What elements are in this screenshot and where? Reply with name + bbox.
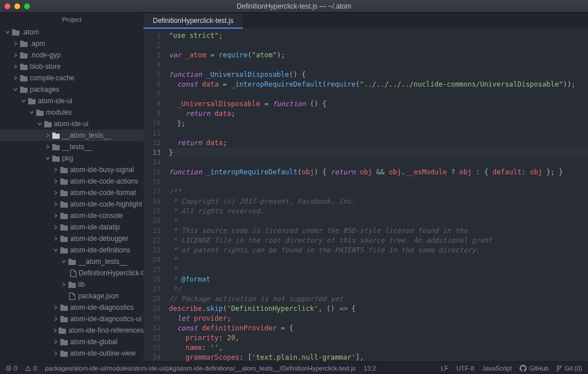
tree-item[interactable]: atom-ide-busy-signal: [0, 164, 144, 176]
code-line[interactable]: * @format: [169, 275, 588, 285]
code-line[interactable]: "use strict";: [169, 31, 588, 41]
chevron-right-icon[interactable]: [53, 328, 57, 333]
status-cursor[interactable]: 13:2: [363, 365, 376, 372]
tree-item[interactable]: atom-ide-code-actions: [0, 176, 144, 187]
tree-item[interactable]: package.json: [0, 290, 144, 302]
tree-item[interactable]: .apm: [0, 38, 144, 49]
tree-item[interactable]: .node-gyp: [0, 49, 144, 61]
chevron-right-icon[interactable]: [13, 53, 18, 57]
status-encoding[interactable]: UTF-8: [457, 365, 474, 372]
code-line[interactable]: * of patent rights can be found in the P…: [169, 246, 588, 255]
code-line[interactable]: [169, 41, 588, 50]
code-line[interactable]: *: [169, 265, 588, 275]
tree-item[interactable]: atom-ide-refactor: [0, 359, 144, 361]
chevron-right-icon[interactable]: [13, 64, 18, 69]
status-github[interactable]: GitHub: [520, 365, 548, 372]
file-tree[interactable]: .atom.apm.node-gypblob-storecompile-cach…: [0, 26, 144, 361]
tree-item[interactable]: atom-ide-datatip: [0, 221, 144, 233]
chevron-right-icon[interactable]: [53, 213, 59, 218]
status-eol[interactable]: LF: [441, 365, 448, 372]
tree-item[interactable]: atom-ide-definitions: [0, 244, 144, 256]
status-warnings[interactable]: 0: [25, 365, 37, 372]
code-line[interactable]: var _atom = require("atom");: [169, 50, 588, 60]
code-line[interactable]: [169, 177, 588, 187]
tree-item[interactable]: __atom_tests__: [0, 256, 144, 267]
tree-item[interactable]: atom-ide-diagnostics-ui: [0, 313, 144, 325]
code-line[interactable]: }: [169, 148, 588, 158]
code-line[interactable]: * Copyright (c) 2017-present, Facebook, …: [169, 197, 588, 207]
chevron-right-icon[interactable]: [53, 190, 59, 195]
status-git[interactable]: Git (0): [556, 365, 582, 372]
chevron-right-icon[interactable]: [53, 351, 59, 356]
tree-item[interactable]: __tests__: [0, 141, 144, 153]
tree-item[interactable]: atom-ide-code-format: [0, 187, 144, 198]
code-line[interactable]: [169, 89, 588, 99]
tree-item[interactable]: pkg: [0, 153, 144, 164]
status-path[interactable]: packages/atom-ide-ui/modules/atom-ide-ui…: [45, 365, 355, 372]
tree-item[interactable]: atom-ide-diagnostics: [0, 302, 144, 313]
code-line[interactable]: * LICENSE file in the root directory of …: [169, 236, 588, 246]
chevron-down-icon[interactable]: [13, 87, 18, 92]
code-line[interactable]: const data = _interopRequireDefault(requ…: [169, 80, 588, 89]
code-line[interactable]: describe.skip('DefinitionHyperclick', ()…: [169, 304, 588, 314]
chevron-right-icon[interactable]: [53, 340, 59, 344]
tree-item[interactable]: atom-ide-debugger: [0, 233, 144, 244]
tree-item[interactable]: atom-ide-outline-view: [0, 348, 144, 359]
code-line[interactable]: */: [169, 285, 588, 294]
tree-item[interactable]: .atom: [0, 26, 144, 38]
tree-item[interactable]: compile-cache: [0, 72, 144, 84]
chevron-down-icon[interactable]: [21, 99, 26, 103]
code-line[interactable]: return data;: [169, 109, 588, 119]
code-line[interactable]: priority: 20,: [169, 333, 588, 343]
code-line[interactable]: };: [169, 119, 588, 128]
code-line[interactable]: const definitionProvider = {: [169, 324, 588, 333]
code-line[interactable]: *: [169, 255, 588, 265]
tree-item[interactable]: atom-ide-ui: [0, 95, 144, 107]
tab-file[interactable]: DefinitionHyperclick-test.js: [144, 13, 243, 29]
tree-item[interactable]: modules: [0, 107, 144, 118]
code-line[interactable]: *: [169, 216, 588, 226]
code-line[interactable]: /**: [169, 187, 588, 197]
tree-item[interactable]: atom-ide-global: [0, 336, 144, 348]
status-errors[interactable]: 0: [6, 365, 17, 372]
chevron-down-icon[interactable]: [37, 122, 42, 126]
code-line[interactable]: let provider;: [169, 314, 588, 324]
code-line[interactable]: function _UniversalDisposable() {: [169, 70, 588, 80]
tree-item[interactable]: lib: [0, 279, 144, 290]
chevron-down-icon[interactable]: [45, 156, 51, 161]
code-line[interactable]: grammarScopes: ['text.plain.null-grammar…: [169, 353, 588, 361]
tree-item[interactable]: packages: [0, 84, 144, 95]
chevron-right-icon[interactable]: [53, 167, 59, 172]
chevron-right-icon[interactable]: [45, 133, 51, 138]
chevron-down-icon[interactable]: [29, 110, 34, 115]
tree-item[interactable]: atom-ide-ui: [0, 118, 144, 130]
code-content[interactable]: "use strict"; var _atom = require("atom"…: [167, 29, 588, 361]
tree-item[interactable]: atom-ide-find-references: [0, 325, 144, 336]
code-line[interactable]: return data;: [169, 138, 588, 148]
tree-item[interactable]: blob-store: [0, 61, 144, 72]
code-line[interactable]: [169, 158, 588, 167]
chevron-right-icon[interactable]: [13, 41, 18, 46]
code-line[interactable]: _UniversalDisposable = function () {: [169, 99, 588, 109]
code-line[interactable]: // Package activation is not supported y…: [169, 294, 588, 304]
chevron-right-icon[interactable]: [45, 145, 51, 149]
code-editor[interactable]: 1234567891011121314151617181920212223242…: [144, 29, 588, 361]
code-line[interactable]: [169, 128, 588, 138]
tree-item[interactable]: __atom_tests__: [0, 130, 144, 141]
chevron-right-icon[interactable]: [53, 305, 59, 310]
chevron-right-icon[interactable]: [53, 179, 59, 184]
chevron-right-icon[interactable]: [53, 317, 59, 321]
chevron-right-icon[interactable]: [53, 236, 59, 241]
code-line[interactable]: function _interopRequireDefault(obj) { r…: [169, 167, 588, 177]
chevron-right-icon[interactable]: [53, 202, 59, 207]
chevron-down-icon[interactable]: [61, 259, 67, 264]
tree-item[interactable]: atom-ide-code-highlight: [0, 198, 144, 210]
chevron-right-icon[interactable]: [61, 282, 67, 287]
chevron-right-icon[interactable]: [13, 76, 18, 80]
chevron-right-icon[interactable]: [53, 225, 59, 229]
chevron-down-icon[interactable]: [53, 248, 59, 252]
code-line[interactable]: * All rights reserved.: [169, 207, 588, 216]
code-line[interactable]: * This source code is licensed under the…: [169, 226, 588, 236]
tree-item[interactable]: atom-ide-console: [0, 210, 144, 221]
status-grammar[interactable]: JavaScript: [482, 365, 512, 372]
